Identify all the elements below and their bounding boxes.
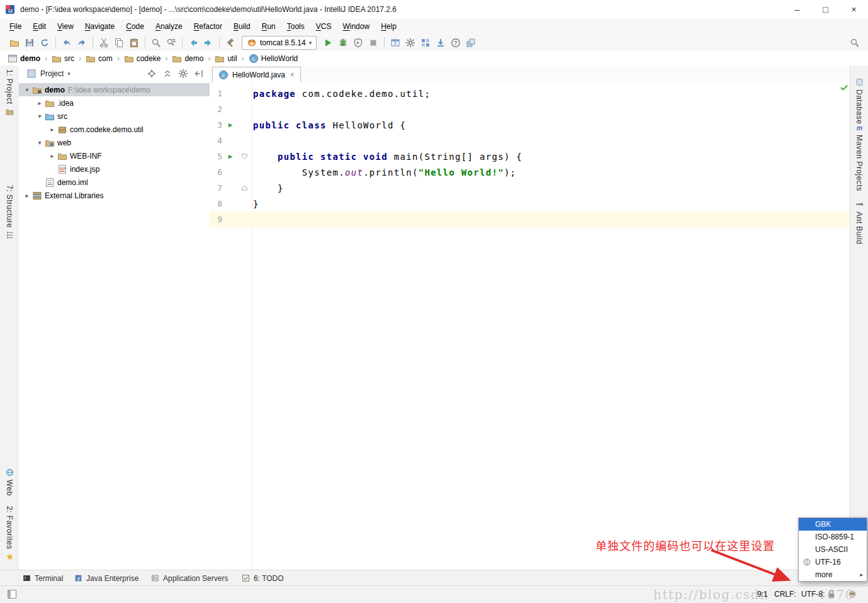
editor-area[interactable]: c HelloWorld.java × 1package com.codeke.…: [210, 65, 850, 570]
coverage-button[interactable]: [351, 36, 365, 50]
fold-top-icon[interactable]: [239, 153, 250, 160]
menu-vcs[interactable]: VCS: [310, 19, 337, 34]
menu-refactor[interactable]: Refactor: [188, 19, 228, 34]
save-all-button[interactable]: [23, 36, 37, 50]
tree-expand-arrow[interactable]: ▸: [35, 99, 44, 106]
tree-row-external-libraries[interactable]: ▸External Libraries: [19, 189, 210, 202]
tree-row-demo-iml[interactable]: demo.iml: [19, 176, 210, 189]
menu-build[interactable]: Build: [228, 19, 256, 34]
menu-tools[interactable]: Tools: [281, 19, 310, 34]
caret-position-widget[interactable]: 9:1: [757, 590, 768, 599]
tree-row-index-jsp[interactable]: JSPindex.jsp: [19, 162, 210, 176]
gear-button[interactable]: [178, 68, 189, 79]
encoding-option-iso-8859-1[interactable]: ISO-8859-1: [799, 531, 867, 543]
tool-window-button-maven-projects[interactable]: mMaven Projects: [850, 123, 868, 191]
breadcrumb-demo[interactable]: demo: [6, 54, 42, 64]
project-structure-button[interactable]: [419, 36, 432, 50]
tool-window-button-ant-build[interactable]: Ant Build: [850, 200, 868, 245]
collapse-all-button[interactable]: [162, 68, 173, 79]
tree-expand-arrow[interactable]: ▸: [48, 152, 57, 159]
fold-bottom-icon[interactable]: [239, 184, 250, 191]
menu-edit[interactable]: Edit: [27, 19, 52, 34]
menu-window[interactable]: Window: [337, 19, 375, 34]
copy-button[interactable]: [112, 36, 126, 50]
breadcrumb-demo[interactable]: demo: [171, 54, 205, 64]
menu-help[interactable]: Help: [375, 19, 402, 34]
encoding-widget[interactable]: UTF-8:: [801, 590, 825, 599]
tree-row-web[interactable]: ▾web: [19, 136, 210, 149]
tab-helloworld-java[interactable]: c HelloWorld.java ×: [212, 67, 301, 82]
tree-expand-arrow[interactable]: ▸: [23, 192, 31, 199]
run-line-icon[interactable]: ▶: [222, 121, 239, 129]
close-icon[interactable]: ×: [290, 70, 295, 79]
undo-button[interactable]: [60, 36, 74, 50]
forward-button[interactable]: [201, 36, 215, 50]
hector-icon[interactable]: [847, 589, 857, 599]
stop-button[interactable]: [366, 36, 380, 50]
sync-button[interactable]: [38, 36, 52, 50]
menu-file[interactable]: File: [4, 19, 27, 34]
menu-navigate[interactable]: Navigate: [79, 19, 120, 34]
cut-button[interactable]: [97, 36, 111, 50]
minimize-button[interactable]: –: [783, 0, 811, 19]
tree-row-web-inf[interactable]: ▸WEB-INF: [19, 149, 210, 162]
inspection-status-icon[interactable]: [840, 83, 848, 92]
encoding-option-more[interactable]: more▸: [799, 568, 867, 581]
find-button[interactable]: [149, 36, 163, 50]
run-config-select[interactable]: tomcat 8.5.14▾: [242, 36, 317, 50]
chevron-down-icon[interactable]: ▾: [67, 70, 70, 77]
run-line-icon[interactable]: ▶: [222, 152, 239, 161]
tree-expand-arrow[interactable]: ▾: [35, 113, 44, 120]
run-button[interactable]: [321, 36, 335, 50]
tree-expand-arrow[interactable]: ▾: [35, 139, 44, 146]
make-project-button[interactable]: [223, 36, 237, 50]
tool-window-button-6-todo[interactable]: 6: TODO: [242, 570, 284, 586]
close-button[interactable]: ×: [840, 0, 868, 19]
tool-window-button-java-enterprise[interactable]: JJava Enterprise: [74, 570, 138, 586]
tool-window-button-application-servers[interactable]: Application Servers: [151, 570, 228, 586]
tree-row-src[interactable]: ▾src: [19, 110, 210, 123]
menu-analyze[interactable]: Analyze: [150, 19, 188, 34]
debug-button[interactable]: [336, 36, 350, 50]
breadcrumb-com[interactable]: com: [84, 54, 114, 64]
tree-row-com-codeke-demo-util[interactable]: ▸com.codeke.demo.util: [19, 123, 210, 136]
edit-configurations-button[interactable]: [388, 36, 402, 50]
menu-run[interactable]: Run: [256, 19, 281, 34]
help-button[interactable]: ?: [449, 36, 463, 50]
back-button[interactable]: [186, 36, 200, 50]
search-everywhere-button[interactable]: [848, 36, 862, 50]
paste-button[interactable]: [127, 36, 141, 50]
tree-row-demo[interactable]: ▾demoF:\idea workspace\demo: [19, 83, 210, 96]
breadcrumb-src[interactable]: src: [50, 54, 76, 64]
breadcrumb-util[interactable]: util: [213, 54, 238, 64]
maximize-button[interactable]: □: [811, 0, 840, 19]
settings-button[interactable]: [403, 36, 417, 50]
tool-window-button-web[interactable]: Web: [0, 468, 19, 496]
tree-expand-arrow[interactable]: ▾: [23, 86, 31, 93]
toolwindow-toggle-icon[interactable]: [7, 589, 17, 599]
vcs-update-button[interactable]: [434, 36, 448, 50]
line-separator-widget[interactable]: CRLF:: [774, 590, 796, 599]
tool-window-button-terminal[interactable]: Terminal: [23, 570, 63, 586]
locate-button[interactable]: [146, 68, 157, 79]
replace-button[interactable]: [164, 36, 178, 50]
tool-window-button-7-structure[interactable]: 7: Structure: [0, 185, 19, 239]
breadcrumb-helloworld[interactable]: cHelloWorld: [247, 54, 299, 64]
open-button[interactable]: [8, 36, 21, 50]
encoding-option-gbk[interactable]: GBK: [799, 518, 867, 531]
tool-window-button-database[interactable]: Database: [850, 78, 868, 124]
tree-row-idea[interactable]: ▸.idea: [19, 96, 210, 110]
hide-panel-button[interactable]: [193, 68, 205, 79]
tool-window-button-1-project[interactable]: 1: Project: [0, 69, 19, 116]
encoding-option-us-ascii[interactable]: US-ASCII: [799, 543, 867, 556]
encoding-option-utf-16[interactable]: UTF-16: [799, 556, 867, 568]
breadcrumb-codeke[interactable]: codeke: [123, 54, 162, 64]
lock-icon[interactable]: [826, 589, 837, 599]
module-settings-button[interactable]: [464, 36, 478, 50]
project-panel-title[interactable]: Project: [40, 69, 64, 78]
tree-expand-arrow[interactable]: ▸: [48, 126, 57, 133]
menu-code[interactable]: Code: [120, 19, 150, 34]
tool-window-button-2-favorites[interactable]: 2: Favorites: [0, 506, 19, 561]
redo-button[interactable]: [75, 36, 89, 50]
menu-view[interactable]: View: [52, 19, 79, 34]
